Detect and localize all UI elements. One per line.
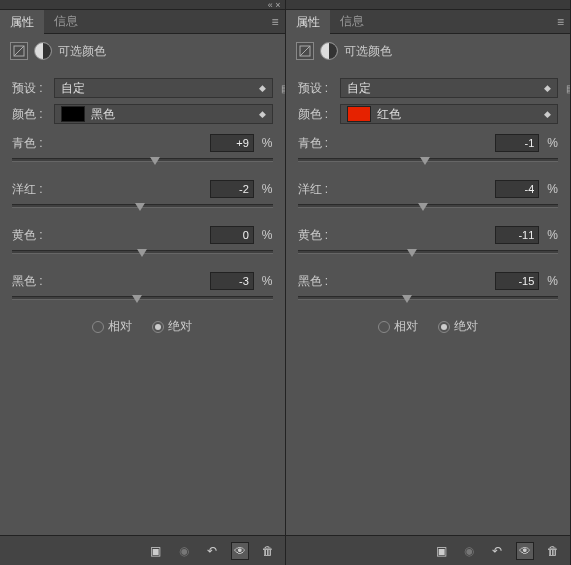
colors-dropdown[interactable]: 黑色 ◆ (54, 104, 273, 124)
cyan-label: 青色 : (298, 135, 346, 152)
tab-info[interactable]: 信息 (330, 9, 374, 34)
cyan-track[interactable] (12, 158, 273, 162)
panel-menu-icon[interactable]: ≡ (557, 15, 564, 29)
black-input[interactable] (210, 272, 254, 290)
magenta-label: 洋红 : (12, 181, 60, 198)
radio-relative[interactable]: 相对 (92, 318, 132, 335)
section-title-text: 可选颜色 (344, 43, 392, 60)
mask-icon[interactable] (34, 42, 52, 60)
cyan-input[interactable] (495, 134, 539, 152)
color-swatch (61, 106, 85, 122)
magenta-input[interactable] (495, 180, 539, 198)
radio-absolute[interactable]: 绝对 (438, 318, 478, 335)
slider-thumb[interactable] (150, 157, 160, 165)
slider-thumb[interactable] (402, 295, 412, 303)
color-swatch (347, 106, 371, 122)
adjustment-header: 可选颜色 (0, 34, 285, 68)
view-previous-icon[interactable]: ◉ (175, 542, 193, 560)
cyan-label: 青色 : (12, 135, 60, 152)
yellow-slider: 黄色 : % (12, 226, 273, 254)
slider-thumb[interactable] (135, 203, 145, 211)
yellow-slider: 黄色 : % (298, 226, 559, 254)
chevron-down-icon: ◆ (259, 83, 266, 93)
cyan-slider: 青色 : % (298, 134, 559, 162)
preset-menu-icon[interactable]: ▤ (281, 83, 285, 94)
percent-label: % (262, 274, 273, 288)
panel-tabs: 属性 信息 ≡ (0, 10, 285, 34)
preset-value: 自定 (347, 80, 371, 97)
colors-label: 颜色 : (12, 106, 48, 123)
panel-footer: ▣ ◉ ↶ 👁 🗑 (286, 535, 571, 565)
percent-label: % (262, 228, 273, 242)
black-track[interactable] (298, 296, 559, 300)
percent-label: % (262, 182, 273, 196)
method-radios: 相对 绝对 (12, 318, 273, 335)
tab-properties[interactable]: 属性 (286, 9, 330, 35)
radio-absolute[interactable]: 绝对 (152, 318, 192, 335)
clip-icon[interactable]: ▣ (147, 542, 165, 560)
mask-icon[interactable] (320, 42, 338, 60)
yellow-input[interactable] (495, 226, 539, 244)
selective-color-icon (10, 42, 28, 60)
panel-tabs: 属性 信息 ≡ (286, 10, 571, 34)
slider-thumb[interactable] (407, 249, 417, 257)
slider-thumb[interactable] (137, 249, 147, 257)
magenta-track[interactable] (12, 204, 273, 208)
adjustment-header: 可选颜色 (286, 34, 571, 68)
yellow-track[interactable] (12, 250, 273, 254)
colors-dropdown[interactable]: 红色 ◆ (340, 104, 559, 124)
trash-icon[interactable]: 🗑 (259, 542, 277, 560)
magenta-slider: 洋红 : % (298, 180, 559, 208)
black-label: 黑色 : (298, 273, 346, 290)
yellow-track[interactable] (298, 250, 559, 254)
percent-label: % (547, 274, 558, 288)
yellow-input[interactable] (210, 226, 254, 244)
cyan-track[interactable] (298, 158, 559, 162)
slider-thumb[interactable] (420, 157, 430, 165)
magenta-slider: 洋红 : % (12, 180, 273, 208)
magenta-track[interactable] (298, 204, 559, 208)
cyan-input[interactable] (210, 134, 254, 152)
chevron-down-icon: ◆ (544, 109, 551, 119)
yellow-label: 黄色 : (12, 227, 60, 244)
percent-label: % (547, 182, 558, 196)
magenta-input[interactable] (210, 180, 254, 198)
yellow-label: 黄色 : (298, 227, 346, 244)
colors-label: 颜色 : (298, 106, 334, 123)
section-title-text: 可选颜色 (58, 43, 106, 60)
black-input[interactable] (495, 272, 539, 290)
tab-info[interactable]: 信息 (44, 9, 88, 34)
cyan-slider: 青色 : % (12, 134, 273, 162)
color-name: 红色 (377, 106, 401, 123)
visibility-icon[interactable]: 👁 (231, 542, 249, 560)
window-topbar (286, 0, 571, 10)
preset-dropdown[interactable]: 自定 ◆ ▤ (54, 78, 273, 98)
chevron-down-icon: ◆ (544, 83, 551, 93)
reset-icon[interactable]: ↶ (203, 542, 221, 560)
slider-thumb[interactable] (132, 295, 142, 303)
chevron-down-icon: ◆ (259, 109, 266, 119)
panel-footer: ▣ ◉ ↶ 👁 🗑 (0, 535, 285, 565)
radio-relative[interactable]: 相对 (378, 318, 418, 335)
color-name: 黑色 (91, 106, 115, 123)
percent-label: % (547, 136, 558, 150)
tab-properties[interactable]: 属性 (0, 9, 44, 35)
black-label: 黑色 : (12, 273, 60, 290)
percent-label: % (547, 228, 558, 242)
selective-color-icon (296, 42, 314, 60)
view-previous-icon[interactable]: ◉ (460, 542, 478, 560)
panel-menu-icon[interactable]: ≡ (271, 15, 278, 29)
preset-dropdown[interactable]: 自定 ◆ ▤ (340, 78, 559, 98)
clip-icon[interactable]: ▣ (432, 542, 450, 560)
black-track[interactable] (12, 296, 273, 300)
preset-menu-icon[interactable]: ▤ (566, 83, 570, 94)
preset-label: 预设 : (12, 80, 48, 97)
panel-content: 预设 : 自定 ◆ ▤ 颜色 : 红色 ◆ 青色 : % (286, 68, 571, 535)
method-radios: 相对 绝对 (298, 318, 559, 335)
visibility-icon[interactable]: 👁 (516, 542, 534, 560)
trash-icon[interactable]: 🗑 (544, 542, 562, 560)
window-controls[interactable]: « × (268, 0, 281, 10)
slider-thumb[interactable] (418, 203, 428, 211)
reset-icon[interactable]: ↶ (488, 542, 506, 560)
magenta-label: 洋红 : (298, 181, 346, 198)
